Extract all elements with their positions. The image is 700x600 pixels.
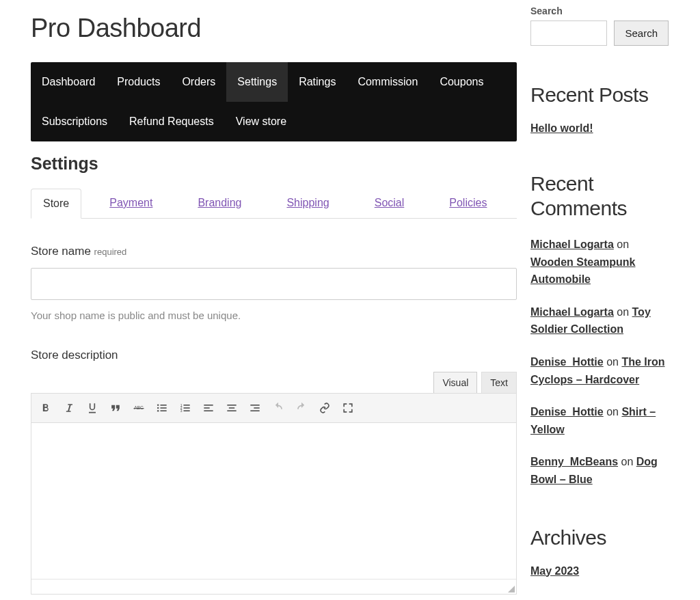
undo-button[interactable] [267,397,290,419]
svg-rect-9 [184,405,190,406]
redo-button[interactable] [290,397,313,419]
editor-body[interactable] [31,423,516,579]
tab-payment[interactable]: Payment [98,189,164,218]
svg-point-6 [157,410,159,412]
editor-tabs: Visual Text [31,372,517,393]
nav-item-orders[interactable]: Orders [171,62,226,102]
svg-rect-17 [227,405,236,406]
required-text: required [94,247,127,257]
underline-button[interactable] [81,397,104,419]
recent-comments-widget: Recent Comments Michael Logarta on Woode… [530,172,669,489]
main-nav: Dashboard Products Orders Settings Ratin… [31,62,517,141]
svg-rect-7 [161,410,167,411]
bullet-list-button[interactable] [150,397,174,419]
editor-tab-visual[interactable]: Visual [433,372,477,393]
archive-link[interactable]: May 2023 [530,565,579,577]
store-name-help: Your shop name is public and must be uni… [31,310,517,321]
store-description-label: Store description [31,349,517,362]
comment-on-text: on [617,238,629,250]
svg-point-4 [157,407,159,409]
svg-text:3: 3 [180,409,183,413]
comment-post-link[interactable]: Wooden Steampunk Automobile [530,256,636,286]
comment-on-text: on [617,306,632,318]
comment-on-text: on [606,356,621,368]
nav-item-commission[interactable]: Commission [347,62,429,102]
comment-author-link[interactable]: Michael Logarta [530,306,614,318]
comment-author-link[interactable]: Michael Logarta [530,238,614,250]
store-name-label-text: Store name [31,245,94,258]
svg-rect-1 [134,408,144,409]
svg-rect-16 [204,410,213,411]
nav-item-ratings[interactable]: Ratings [288,62,347,102]
strikethrough-button[interactable]: ABC [127,397,150,419]
editor-statusbar [31,579,516,594]
section-heading: Settings [31,154,517,174]
nav-item-settings[interactable]: Settings [226,62,288,102]
comment-item: Denise_Hottie on The Iron Cyclops – Hard… [530,353,669,388]
svg-rect-20 [250,405,259,406]
svg-rect-21 [254,407,259,409]
recent-posts-widget: Recent Posts Hello world! [530,83,669,135]
numbered-list-button[interactable]: 123 [174,397,197,419]
settings-tabs: Store Payment Branding Shipping Social P… [31,189,517,219]
tab-shipping[interactable]: Shipping [275,189,340,218]
svg-rect-15 [204,407,209,409]
nav-item-view-store[interactable]: View store [225,102,297,141]
svg-rect-22 [250,410,259,411]
nav-item-products[interactable]: Products [106,62,171,102]
comment-item: Michael Logarta on Wooden Steampunk Auto… [530,236,669,288]
nav-item-coupons[interactable]: Coupons [429,62,494,102]
bold-button[interactable] [34,397,57,419]
comment-on-text: on [621,456,636,467]
svg-rect-18 [229,407,234,409]
svg-rect-13 [184,410,190,411]
comment-author-link[interactable]: Denise_Hottie [530,356,604,368]
nav-item-subscriptions[interactable]: Subscriptions [31,102,118,141]
comment-author-link[interactable]: Benny_McBeans [530,456,618,467]
align-left-button[interactable] [197,397,220,419]
comment-item: Denise_Hottie on Shirt – Yellow [530,403,669,438]
search-widget: Search Search [530,5,669,46]
tab-social[interactable]: Social [363,189,416,218]
recent-post-link[interactable]: Hello world! [530,122,593,134]
editor: ABC 123 [31,393,517,595]
fullscreen-button[interactable] [336,397,360,419]
editor-toolbar: ABC 123 [31,394,516,423]
svg-rect-5 [161,407,167,409]
quote-button[interactable] [104,397,127,419]
sidebar: Search Search Recent Posts Hello world! … [530,0,700,600]
store-name-input[interactable] [31,268,517,300]
svg-rect-11 [184,407,190,409]
nav-item-dashboard[interactable]: Dashboard [31,62,106,102]
svg-point-2 [157,405,159,407]
italic-button[interactable] [57,397,81,419]
svg-text:ABC: ABC [134,405,144,410]
store-name-label: Store name required [31,245,517,258]
search-label: Search [530,5,669,16]
tab-store[interactable]: Store [31,189,81,219]
recent-posts-title: Recent Posts [530,83,669,107]
search-input[interactable] [530,21,607,46]
archives-title: Archives [530,526,669,550]
align-right-button[interactable] [243,397,267,419]
svg-rect-3 [161,405,167,406]
store-description-field: Store description Visual Text ABC 123 [31,349,517,595]
align-center-button[interactable] [220,397,243,419]
svg-rect-14 [204,405,213,406]
tab-policies[interactable]: Policies [438,189,498,218]
page-title: Pro Dashboard [31,14,517,43]
svg-rect-19 [227,410,236,411]
link-button[interactable] [313,397,336,419]
store-name-field: Store name required Your shop name is pu… [31,245,517,321]
archives-widget: Archives May 2023 [530,526,669,577]
comment-item: Michael Logarta on Toy Soldier Collectio… [530,303,669,338]
comment-on-text: on [606,406,621,418]
editor-tab-text[interactable]: Text [481,372,517,393]
comment-item: Benny_McBeans on Dog Bowl – Blue [530,453,669,488]
search-button[interactable]: Search [614,21,669,46]
comment-author-link[interactable]: Denise_Hottie [530,406,604,418]
tab-branding[interactable]: Branding [186,189,253,218]
recent-comments-title: Recent Comments [530,172,669,221]
resize-handle-icon[interactable] [508,586,515,592]
nav-item-refund-requests[interactable]: Refund Requests [118,102,225,141]
